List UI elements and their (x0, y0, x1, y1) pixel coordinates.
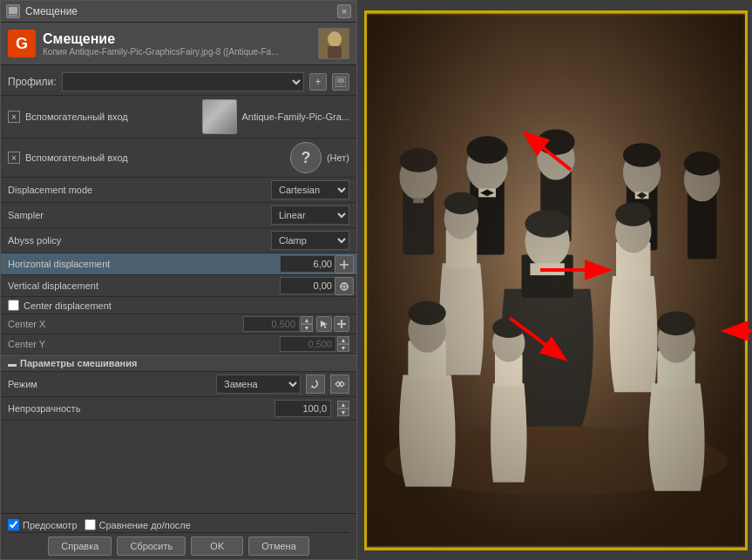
compare-checkbox[interactable] (85, 519, 96, 530)
svg-marker-18 (337, 323, 340, 326)
dialog-footer: Предосмотр Сравнение до/после Справка Сб… (1, 513, 356, 559)
opacity-input[interactable] (274, 400, 331, 417)
horizontal-displacement-row: Horizontal displacement ▲ ▼ (1, 253, 356, 275)
cursor-tool-icon[interactable] (316, 316, 332, 332)
horizontal-displacement-label: Horizontal displacement (8, 259, 280, 269)
displacement-mode-label: Displacement mode (8, 185, 271, 195)
opacity-spinbox: ▲ ▼ (337, 401, 349, 416)
sampler-label: Sampler (8, 210, 271, 220)
center-y-label: Center Y (8, 339, 280, 349)
profiles-select[interactable] (62, 72, 304, 91)
svg-rect-7 (337, 78, 344, 83)
svg-marker-16 (341, 320, 343, 322)
displacement-section: Horizontal displacement ▲ ▼ Vertical dis… (1, 253, 356, 297)
preview-checkbox[interactable] (8, 519, 19, 530)
titlebar: Смещение × (1, 1, 356, 23)
aux-input-2-row: × Вспомогательный вход ? (Нет) (1, 138, 356, 178)
center-displacement-row: Center displacement (1, 297, 356, 314)
dialog-body: Профили: + × Вспомогательный вход Antiqu… (1, 65, 356, 513)
preview-label: Предосмотр (23, 520, 78, 530)
image-container (364, 10, 748, 550)
center-displacement-checkbox[interactable] (8, 300, 19, 311)
abyss-row: Abyss policy Clamp Smear Black Wrap (1, 228, 356, 253)
center-x-input[interactable] (243, 316, 300, 332)
help-button[interactable]: Справка (48, 536, 112, 556)
svg-marker-19 (344, 323, 347, 326)
preview-check-group: Предосмотр (8, 519, 78, 530)
center-y-spin-up[interactable]: ▲ (337, 336, 349, 344)
preview-row: Предосмотр Сравнение до/после (8, 517, 349, 533)
svg-rect-5 (328, 46, 342, 58)
blend-section-title: Параметры смешивания (20, 358, 137, 368)
app-icon (6, 4, 20, 18)
opacity-spin-up[interactable]: ▲ (337, 401, 349, 408)
sampler-row: Sampler Linear Cubic Nearest (1, 203, 356, 228)
displacement-dialog: Смещение × G Смещение Копия Antique-Fami… (0, 0, 357, 560)
vintage-photo (367, 13, 745, 548)
aux1-remove-button[interactable]: × (8, 111, 20, 123)
aux2-value: (Нет) (327, 152, 349, 163)
plugin-title: Смещение (43, 31, 311, 47)
profiles-label: Профили: (8, 76, 57, 88)
center-y-spin-down[interactable]: ▼ (337, 344, 349, 352)
sampler-select[interactable]: Linear Cubic Nearest (271, 206, 349, 225)
tool-icon-1[interactable] (335, 255, 354, 273)
center-x-label: Center X (8, 319, 243, 329)
tool-icon-2[interactable] (335, 277, 354, 295)
cancel-button[interactable]: Отмена (248, 536, 308, 556)
blend-mode-select[interactable]: Замена Нормальный (216, 374, 301, 394)
blend-mode-row: Режим Замена Нормальный (1, 372, 356, 397)
blend-chain-button[interactable] (330, 374, 349, 394)
blend-section-header: ▬ Параметры смешивания (1, 354, 356, 372)
center-x-spin-up[interactable]: ▲ (301, 316, 313, 324)
aux2-remove-button[interactable]: × (8, 152, 20, 164)
svg-rect-1 (9, 7, 17, 14)
center-displacement-label: Center displacement (24, 300, 112, 311)
svg-point-4 (328, 31, 342, 47)
plugin-icon: G (8, 30, 36, 57)
svg-marker-20 (311, 385, 315, 388)
blend-collapse-icon[interactable]: ▬ (8, 359, 17, 368)
displacement-mode-row: Displacement mode Cartesian Polar (1, 178, 356, 203)
action-buttons: Справка Сбросить OK Отмена (8, 536, 349, 556)
center-x-row: Center X ▲ ▼ (1, 314, 356, 334)
compare-check-group: Сравнение до/после (85, 519, 191, 530)
center-x-spin-down[interactable]: ▼ (301, 324, 313, 332)
aux2-question-icon: ? (290, 142, 322, 173)
svg-marker-17 (341, 327, 343, 329)
reset-button[interactable]: Сбросить (117, 536, 186, 556)
dialog-title: Смещение (25, 5, 332, 17)
displacement-mode-select[interactable]: Cartesian Polar (271, 180, 349, 199)
save-profile-button[interactable] (332, 73, 349, 91)
opacity-spin-down[interactable]: ▼ (337, 408, 349, 416)
center-y-spinbox: ▲ ▼ (337, 336, 349, 352)
move-tool-icon[interactable] (334, 316, 349, 332)
aux1-thumbnail (202, 99, 237, 134)
aux-input-1-row: × Вспомогательный вход Antique-Family-Pi… (1, 96, 356, 138)
image-thumbnail (318, 28, 349, 59)
svg-rect-8 (338, 84, 343, 86)
opacity-label: Непрозрачность (8, 403, 269, 414)
vertical-displacement-label: Vertical displacement (8, 280, 280, 291)
abyss-select[interactable]: Clamp Smear Black Wrap (271, 231, 349, 250)
compare-label: Сравнение до/после (99, 520, 191, 530)
add-profile-button[interactable]: + (309, 73, 327, 91)
svg-rect-2 (9, 15, 17, 17)
dialog-header: G Смещение Копия Antique-Family-Pic-Grap… (1, 23, 356, 65)
svg-rect-61 (367, 14, 745, 547)
blend-reset-button[interactable] (306, 374, 325, 394)
opacity-row: Непрозрачность ▲ ▼ (1, 397, 356, 421)
aux2-label: Вспомогательный вход (25, 152, 285, 163)
aux1-value: Antique-Family-Pic-Gra... (242, 111, 349, 122)
profiles-row: Профили: + (1, 69, 356, 96)
vertical-displacement-input[interactable] (280, 277, 336, 294)
ok-button[interactable]: OK (191, 536, 243, 556)
blend-mode-label: Режим (8, 379, 211, 389)
aux1-label: Вспомогательный вход (25, 111, 197, 122)
horizontal-displacement-input[interactable] (280, 255, 336, 273)
center-y-row: Center Y ▲ ▼ (1, 334, 356, 354)
center-x-spinbox: ▲ ▼ (301, 316, 313, 332)
center-y-input[interactable] (280, 336, 336, 352)
close-button[interactable]: × (337, 4, 351, 18)
abyss-label: Abyss policy (8, 235, 271, 246)
